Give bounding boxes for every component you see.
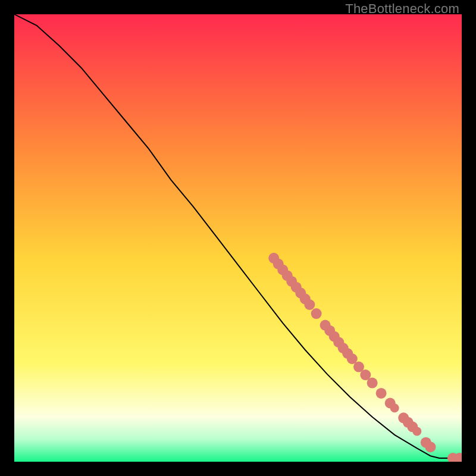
data-dot (367, 378, 378, 389)
data-dot (311, 308, 322, 319)
data-dot (376, 388, 387, 399)
gradient-background (14, 14, 462, 462)
data-dot (425, 441, 436, 452)
data-dot (412, 427, 421, 436)
bottleneck-chart (14, 14, 462, 462)
data-dot (304, 299, 315, 310)
data-dot (390, 403, 399, 412)
